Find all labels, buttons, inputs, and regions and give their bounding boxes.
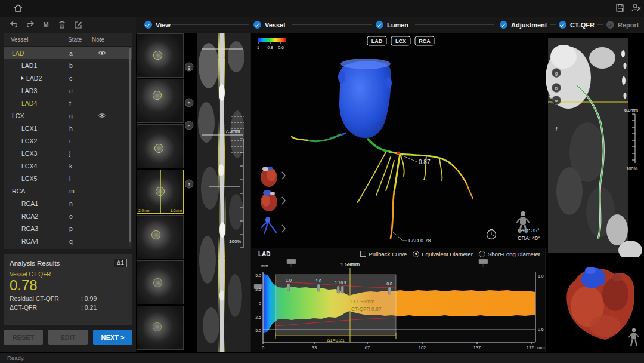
vessel-row-lcx2[interactable]: LCX2i [4,134,132,147]
save-icon[interactable] [615,3,625,15]
delete-icon[interactable] [57,20,67,29]
marker-m-icon[interactable]: M [41,20,51,29]
preset-3-chevron-icon[interactable] [282,225,285,232]
vessel-row-lad1[interactable]: LAD1b [4,59,132,72]
left-panel: M Vessel State Note LADaLAD1bLAD2cLAD3eL… [0,17,137,352]
lcx-button-label[interactable]: LCX [395,38,406,44]
vessel-list-scrollbar[interactable] [129,47,131,247]
svg-text:0.87: 0.87 [419,159,431,165]
control-label: Equivalent Diameter [422,251,473,257]
vessel-state: n [61,200,93,207]
tab-vessel[interactable]: Vessel [253,17,285,33]
radio-equivalent-diameter[interactable]: Equivalent Diameter [413,251,473,257]
vessel-row-rca4[interactable]: RCA4q [4,235,132,247]
svg-text:e: e [188,123,191,128]
cross-section-thumbnails: 2.0mm²1.0mm [136,33,185,352]
preset-2-chevron-icon[interactable] [282,197,285,204]
view-preset-heart-1[interactable] [261,167,277,187]
vessel-row-rca[interactable]: RCAm [4,184,132,197]
edit-button[interactable]: EDIT [48,330,88,345]
mpr-ruler-top-label: 6.0mm [624,107,638,113]
vessel-row-lcx5[interactable]: LCX5l [4,172,132,184]
cross-section-thumbnail-1[interactable] [137,33,184,78]
lad-button-label[interactable]: LAD [371,38,383,44]
tab-report[interactable]: Report [606,17,639,33]
vessel-3d-view[interactable]: 1 0.8 0.6 LAD LCX RCA [250,33,547,248]
tab-label: Lumen [387,21,408,29]
vessel-select-buttons: LAD LCX RCA [367,36,434,45]
view-preset-tree[interactable] [262,217,276,233]
next-button[interactable]: NEXT > [93,330,132,345]
heart-3d-view[interactable] [546,257,644,353]
vessel-row-lcx3[interactable]: LCX3j [4,147,132,159]
cross-section-thumbnail-7[interactable] [137,306,184,350]
visibility-eye-icon[interactable] [93,113,122,118]
radio-icon[interactable] [479,251,485,257]
home-icon[interactable] [13,3,23,16]
tab-ct-qfr[interactable]: CT-QFR [559,17,595,33]
vessel-row-lad4[interactable]: LAD4f [4,97,132,109]
visibility-eye-icon[interactable] [93,50,122,56]
checkbox-icon[interactable] [360,251,366,257]
curved-mpr-view[interactable]: 5cm g b e f 6.0mm 100% [546,33,644,257]
radio-short-long-diameter[interactable]: Short-Long Diameter [479,251,540,257]
vessel-row-lcx[interactable]: LCXg [4,109,132,122]
tab-lumen[interactable]: Lumen [376,17,408,33]
vessel-row-lad3[interactable]: LAD3e [4,84,132,97]
tab-check-icon [559,21,566,29]
svg-text:0: 0 [262,345,264,350]
cross-section-thumbnail-5[interactable] [137,215,184,259]
expand-arrow-icon[interactable] [21,76,24,80]
tab-view[interactable]: View [144,17,171,33]
vessel-row-lcx1[interactable]: LCX1h [4,122,132,134]
lumen-contour-ring [153,91,162,100]
cross-section-thumbnail-4[interactable]: 2.0mm²1.0mm [137,170,184,214]
straightened-cpr-view[interactable]: 7.3mm g b e f 100% [185,33,250,352]
svg-text:Δ1=0.21: Δ1=0.21 [327,337,345,343]
tab-label: Report [618,21,639,29]
vessel-row-lad2[interactable]: LAD2c [4,72,132,84]
svg-text:67: 67 [365,345,370,350]
svg-text:1.0: 1.0 [315,279,321,283]
rca-button-label[interactable]: RCA [419,38,431,44]
vessel-row-rca2[interactable]: RCA2o [4,210,132,222]
crosshair-vertical [160,170,161,213]
checkbox-pullback-curve[interactable]: Pullback Curve [360,251,407,257]
redo-icon[interactable] [24,20,35,29]
column-note: Note [92,36,116,43]
svg-text:102: 102 [419,345,426,350]
tab-connector-line [597,24,603,25]
tab-check-icon [253,21,261,29]
edit-icon[interactable] [73,20,83,29]
undo-icon[interactable] [8,20,19,29]
cpr-branch-badges[interactable]: g b e f [185,63,193,188]
cpr-zoom-label: 100% [229,239,241,244]
cross-section-thumbnail-6[interactable] [137,260,184,304]
cpr-measure-label: 7.3mm [225,128,240,134]
preset-1-chevron-icon[interactable] [282,172,285,179]
svg-text:mm: mm [261,264,268,268]
svg-text:0.8: 0.8 [386,282,392,286]
user-logout-icon[interactable] [631,3,641,15]
coronary-tree-3d[interactable] [292,59,473,238]
vessel-row-rca1[interactable]: RCA1n [4,197,132,210]
vessel-name: LAD [4,50,61,57]
tab-adjustment[interactable]: Adjustment [500,17,547,33]
delta-badge: Δ1 [114,259,127,267]
reset-rotation-icon[interactable] [487,230,496,239]
view-preset-heart-2[interactable] [261,190,277,211]
pullback-chart[interactable]: 1.0 1.0 1.1 0.9 0.8 1.59mm D 1.56mm CT-Q… [251,259,546,353]
vessel-row-rca3[interactable]: RCA3p [4,222,132,235]
radio-icon[interactable] [413,251,419,257]
cursor-position-label: 1.59mm [340,262,360,267]
cross-section-thumbnail-3[interactable] [137,124,184,168]
cross-section-thumbnail-2[interactable] [137,79,184,123]
vessel-row-lad[interactable]: LADa [4,47,132,59]
vessel-ctqfr-value: 0.78 [10,278,126,293]
vessel-row-lcx4[interactable]: LCX4k [4,159,132,172]
vessel-state: h [61,125,93,132]
vessel-state: b [61,62,93,69]
vessel-state: l [61,175,93,182]
lumen-contour-ring [153,51,162,60]
reset-button[interactable]: RESET [4,330,43,345]
